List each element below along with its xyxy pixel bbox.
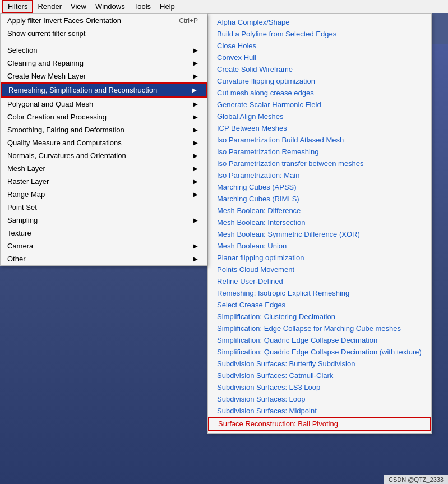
category-item[interactable]: Point Set <box>1 201 207 214</box>
apply-filter-item[interactable]: Apply filter Invert Faces Orientation Ct… <box>1 14 207 27</box>
apply-filter-shortcut: Ctrl+P <box>179 17 198 25</box>
menubar: FiltersRenderViewWindowsToolsHelp <box>0 0 448 13</box>
category-label: Other <box>7 255 26 263</box>
category-item[interactable]: Camera▶ <box>1 239 207 252</box>
submenu-arrow-icon: ▶ <box>193 101 198 107</box>
submenu-item[interactable]: Subdivision Surfaces: Loop <box>208 393 431 405</box>
submenu-item[interactable]: Alpha Complex/Shape <box>208 16 431 28</box>
submenu-arrow-icon: ▶ <box>193 243 198 249</box>
category-label: Create New Mesh Layer <box>7 72 86 80</box>
submenu-item[interactable]: Mesh Boolean: Symmetric Difference (XOR) <box>208 228 431 240</box>
submenu-arrow-icon: ▶ <box>192 87 197 93</box>
submenu-item[interactable]: Generate Scalar Harmonic Field <box>208 99 431 110</box>
submenu-item[interactable]: Mesh Boolean: Difference <box>208 205 431 216</box>
submenu-item[interactable]: Iso Parametrization: Main <box>208 169 431 181</box>
categories-list: Selection▶Cleaning and Repairing▶Create … <box>1 44 207 265</box>
submenu-item[interactable]: Simplification: Quadric Edge Collapse De… <box>208 346 431 358</box>
category-item[interactable]: Texture <box>1 227 207 239</box>
category-label: Remeshing, Simplification and Reconstruc… <box>8 86 157 94</box>
category-item[interactable]: Range Map▶ <box>1 188 207 201</box>
menubar-item-windows[interactable]: Windows <box>91 1 130 12</box>
category-item[interactable]: Smoothing, Fairing and Deformation▶ <box>1 123 207 136</box>
submenu-item[interactable]: Iso Parametrization transfer between mes… <box>208 158 431 169</box>
menubar-item-filters[interactable]: Filters <box>2 0 33 13</box>
submenu-item[interactable]: Subdivision Surfaces: Catmull-Clark <box>208 370 431 381</box>
submenu-list: Alpha Complex/ShapeBuild a Polyline from… <box>208 16 431 431</box>
submenu-item[interactable]: Refine User-Defined <box>208 275 431 287</box>
submenu-arrow-icon: ▶ <box>193 140 198 146</box>
category-label: Texture <box>7 229 31 237</box>
submenu-item[interactable]: Simplification: Edge Collapse for Marchi… <box>208 322 431 334</box>
apply-filter-label: Apply filter Invert Faces Orientation <box>7 16 121 25</box>
filters-dropdown: Apply filter Invert Faces Orientation Ct… <box>0 13 207 266</box>
show-filter-label: Show current filter script <box>7 29 85 38</box>
submenu-item[interactable]: Subdivision Surfaces: LS3 Loop <box>208 381 431 393</box>
submenu-item[interactable]: Points Cloud Movement <box>208 264 431 275</box>
category-label: Mesh Layer <box>7 164 45 173</box>
submenu-arrow-icon: ▶ <box>193 165 198 172</box>
submenu-arrow-icon: ▶ <box>193 153 198 159</box>
submenu-item[interactable]: Build a Polyline from Selected Edges <box>208 28 431 40</box>
submenu-item[interactable]: Planar flipping optimization <box>208 252 431 264</box>
submenu-item[interactable]: Marching Cubes (RIMLS) <box>208 193 431 205</box>
category-label: Cleaning and Repairing <box>7 59 84 67</box>
category-item[interactable]: Raster Layer▶ <box>1 175 207 188</box>
menubar-item-render[interactable]: Render <box>33 1 66 12</box>
submenu-item[interactable]: Select Crease Edges <box>208 299 431 311</box>
submenu-arrow-icon: ▶ <box>193 178 198 185</box>
menubar-item-tools[interactable]: Tools <box>130 1 155 12</box>
category-item[interactable]: Cleaning and Repairing▶ <box>1 57 207 70</box>
status-text: CSDN @QTZ_2333 <box>389 476 444 483</box>
menubar-items: FiltersRenderViewWindowsToolsHelp <box>2 2 179 11</box>
submenu-item[interactable]: Remeshing: Isotropic Explicit Remeshing <box>208 287 431 299</box>
submenu-item[interactable]: Surface Reconstruction: Ball Pivoting <box>208 417 431 431</box>
menubar-item-help[interactable]: Help <box>155 1 179 12</box>
submenu-item[interactable]: Iso Parametrization Remeshing <box>208 146 431 158</box>
submenu-item[interactable]: Mesh Boolean: Intersection <box>208 216 431 228</box>
category-item[interactable]: Other▶ <box>1 252 207 265</box>
submenu-item[interactable]: Subdivision Surfaces: Midpoint <box>208 405 431 417</box>
show-filter-item[interactable]: Show current filter script <box>1 27 207 40</box>
category-item[interactable]: Color Creation and Processing▶ <box>1 110 207 123</box>
category-item[interactable]: Create New Mesh Layer▶ <box>1 70 207 82</box>
category-label: Color Creation and Processing <box>7 113 107 121</box>
category-item[interactable]: Sampling▶ <box>1 214 207 227</box>
category-item[interactable]: Polygonal and Quad Mesh▶ <box>1 98 207 110</box>
category-item[interactable]: Quality Measure and Computations▶ <box>1 136 207 149</box>
submenu-arrow-icon: ▶ <box>193 217 198 223</box>
submenu-item[interactable]: Global Align Meshes <box>208 110 431 122</box>
submenu-item[interactable]: Mesh Boolean: Union <box>208 240 431 252</box>
category-label: Quality Measure and Computations <box>7 139 122 147</box>
category-label: Sampling <box>7 216 38 224</box>
submenu-item[interactable]: Simplification: Clustering Decimation <box>208 311 431 322</box>
menubar-item-view[interactable]: View <box>66 1 91 12</box>
submenu-item[interactable]: Cut mesh along crease edges <box>208 87 431 99</box>
submenu-item[interactable]: Convex Hull <box>208 52 431 63</box>
category-item[interactable]: Mesh Layer▶ <box>1 162 207 175</box>
submenu-arrow-icon: ▶ <box>193 60 198 66</box>
submenu-item[interactable]: Subdivision Surfaces: Butterfly Subdivis… <box>208 358 431 370</box>
category-item[interactable]: Selection▶ <box>1 44 207 57</box>
submenu-arrow-icon: ▶ <box>193 114 198 120</box>
category-label: Selection <box>7 46 37 54</box>
category-label: Range Map <box>7 190 45 199</box>
submenu-item[interactable]: Create Solid Wireframe <box>208 63 431 75</box>
category-item[interactable]: Remeshing, Simplification and Reconstruc… <box>1 82 207 98</box>
submenu-arrow-icon: ▶ <box>193 127 198 133</box>
menu-divider-1 <box>1 42 207 42</box>
submenu-arrow-icon: ▶ <box>193 256 198 262</box>
submenu-arrow-icon: ▶ <box>193 47 198 53</box>
category-item[interactable]: Normals, Curvatures and Orientation▶ <box>1 149 207 162</box>
submenu-item[interactable]: ICP Between Meshes <box>208 122 431 134</box>
submenu-item[interactable]: Iso Parametrization Build Atlased Mesh <box>208 134 431 146</box>
submenu-panel: Alpha Complex/ShapeBuild a Polyline from… <box>207 13 432 434</box>
submenu-item[interactable]: Curvature flipping optimization <box>208 75 431 87</box>
submenu-item[interactable]: Marching Cubes (APSS) <box>208 181 431 193</box>
category-label: Smoothing, Fairing and Deformation <box>7 126 124 134</box>
category-label: Camera <box>7 242 33 250</box>
submenu-item[interactable]: Simplification: Quadric Edge Collapse De… <box>208 334 431 346</box>
status-bar: CSDN @QTZ_2333 <box>384 475 448 484</box>
category-label: Point Set <box>7 203 37 211</box>
category-label: Polygonal and Quad Mesh <box>7 100 93 108</box>
submenu-item[interactable]: Close Holes <box>208 40 431 52</box>
